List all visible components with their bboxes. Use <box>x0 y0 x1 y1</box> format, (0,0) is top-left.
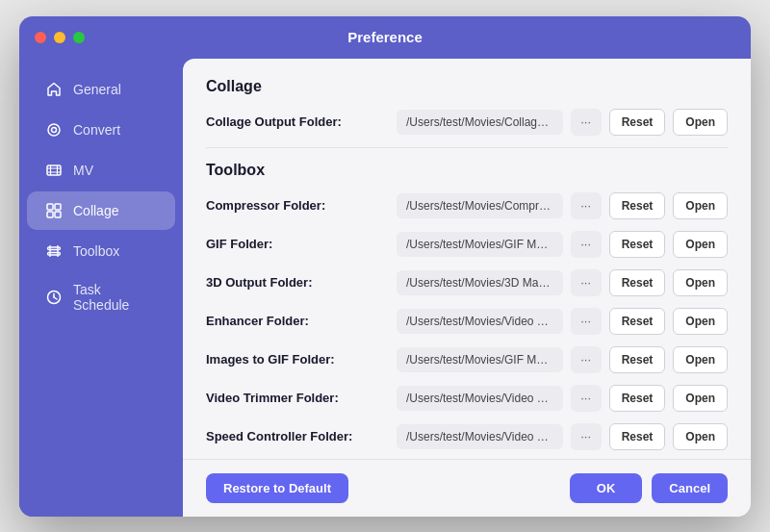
toolbox-row-1-label: GIF Folder: <box>206 237 389 251</box>
toolbox-row-2-path: /Users/test/Movies/3D Maker <box>397 270 563 295</box>
toolbox-row-3-open[interactable]: Open <box>673 308 728 335</box>
ok-button[interactable]: OK <box>570 473 643 503</box>
svg-rect-10 <box>55 212 61 217</box>
toolbox-row-4-path: /Users/test/Movies/GIF Maker <box>397 347 563 372</box>
main-content: Collage Collage Output Folder: /Users/te… <box>183 59 751 517</box>
maximize-dot[interactable] <box>73 32 85 43</box>
svg-rect-9 <box>47 212 53 217</box>
collage-section-title: Collage <box>206 78 728 95</box>
toolbox-row-0-path: /Users/test/Movies/Compressed <box>397 193 563 218</box>
preference-window: Preference General Convert <box>19 16 751 517</box>
content-scroll[interactable]: Collage Collage Output Folder: /Users/te… <box>183 59 751 459</box>
collage-row-0-dots[interactable]: ··· <box>571 109 602 136</box>
close-dot[interactable] <box>35 32 46 43</box>
sidebar-item-toolbox[interactable]: Toolbox <box>27 232 175 270</box>
collage-row-0-open[interactable]: Open <box>673 109 728 136</box>
toolbox-row-2: 3D Output Folder: /Users/test/Movies/3D … <box>206 269 728 296</box>
collage-row-0: Collage Output Folder: /Users/test/Movie… <box>206 109 728 136</box>
toolbox-row-3-path: /Users/test/Movies/Video Enhancer <box>397 309 563 334</box>
toolbox-row-1-open[interactable]: Open <box>673 231 728 258</box>
sidebar-item-collage-label: Collage <box>73 203 118 218</box>
section-divider <box>206 147 728 148</box>
toolbox-row-1: GIF Folder: /Users/test/Movies/GIF Maker… <box>206 231 728 258</box>
window-controls <box>35 32 85 43</box>
collage-row-0-reset[interactable]: Reset <box>609 109 666 136</box>
toolbox-row-2-reset[interactable]: Reset <box>609 269 666 296</box>
refresh-icon <box>44 120 64 139</box>
toolbox-row-0-dots[interactable]: ··· <box>571 192 602 219</box>
sidebar: General Convert <box>19 59 183 517</box>
toolbox-row-4: Images to GIF Folder: /Users/test/Movies… <box>206 346 728 373</box>
svg-rect-7 <box>47 204 53 210</box>
toolbox-row-3: Enhancer Folder: /Users/test/Movies/Vide… <box>206 308 728 335</box>
sidebar-item-general[interactable]: General <box>27 70 175 109</box>
toolbox-section-title: Toolbox <box>206 162 728 179</box>
sidebar-item-convert[interactable]: Convert <box>27 111 175 149</box>
sidebar-item-mv-label: MV <box>73 163 93 178</box>
toolbox-row-0-label: Compressor Folder: <box>206 198 389 213</box>
toolbox-row-4-label: Images to GIF Folder: <box>206 352 389 367</box>
title-bar: Preference <box>19 16 751 59</box>
toolbox-row-6-open[interactable]: Open <box>673 423 728 450</box>
restore-default-button[interactable]: Restore to Default <box>206 473 348 503</box>
toolbox-row-4-dots[interactable]: ··· <box>571 346 602 373</box>
toolbox-row-5-dots[interactable]: ··· <box>571 385 602 412</box>
toolbox-row-0-open[interactable]: Open <box>673 192 728 219</box>
toolbox-row-1-path: /Users/test/Movies/GIF Maker <box>397 232 563 257</box>
film-icon <box>44 161 64 180</box>
toolbox-row-1-dots[interactable]: ··· <box>571 231 602 258</box>
toolbox-row-3-reset[interactable]: Reset <box>609 308 666 335</box>
cancel-button[interactable]: Cancel <box>652 473 728 503</box>
sidebar-item-toolbox-label: Toolbox <box>73 243 119 259</box>
toolbox-row-0-reset[interactable]: Reset <box>609 192 666 219</box>
footer-actions: OK Cancel <box>570 473 728 503</box>
toolbox-row-2-label: 3D Output Folder: <box>206 275 389 290</box>
collage-row-0-path: /Users/test/Movies/Collage Exported <box>397 110 563 135</box>
sidebar-item-collage[interactable]: Collage <box>27 191 175 230</box>
svg-rect-8 <box>55 204 61 210</box>
clock-icon <box>44 288 64 307</box>
toolbox-row-3-dots[interactable]: ··· <box>571 308 602 335</box>
minimize-dot[interactable] <box>54 32 65 43</box>
toolbox-row-4-open[interactable]: Open <box>673 346 728 373</box>
wrench-icon <box>44 241 64 261</box>
toolbox-row-2-open[interactable]: Open <box>673 269 728 296</box>
toolbox-row-6-dots[interactable]: ··· <box>571 423 602 450</box>
toolbox-row-6-reset[interactable]: Reset <box>609 423 666 450</box>
sidebar-item-taskschedule-label: Task Schedule <box>73 282 158 313</box>
toolbox-row-5: Video Trimmer Folder: /Users/test/Movies… <box>206 385 728 412</box>
sidebar-item-taskschedule[interactable]: Task Schedule <box>27 272 175 322</box>
collage-row-0-label: Collage Output Folder: <box>206 114 389 129</box>
svg-line-17 <box>54 297 57 299</box>
toolbox-row-0: Compressor Folder: /Users/test/Movies/Co… <box>206 192 728 219</box>
toolbox-row-6-label: Speed Controller Folder: <box>206 429 389 443</box>
toolbox-row-3-label: Enhancer Folder: <box>206 314 389 328</box>
toolbox-row-5-open[interactable]: Open <box>673 385 728 412</box>
toolbox-row-2-dots[interactable]: ··· <box>571 269 602 296</box>
sidebar-item-convert-label: Convert <box>73 122 120 138</box>
toolbox-row-5-reset[interactable]: Reset <box>609 385 666 412</box>
svg-point-1 <box>52 127 57 132</box>
window-body: General Convert <box>19 59 751 517</box>
toolbox-row-5-path: /Users/test/Movies/Video Trimmer <box>397 386 563 411</box>
toolbox-row-6: Speed Controller Folder: /Users/test/Mov… <box>206 423 728 450</box>
toolbox-row-1-reset[interactable]: Reset <box>609 231 666 258</box>
toolbox-row-6-path: /Users/test/Movies/Video Speed Controlle… <box>397 424 563 449</box>
grid-icon <box>44 201 64 220</box>
toolbox-row-4-reset[interactable]: Reset <box>609 346 666 373</box>
svg-point-0 <box>48 124 60 136</box>
sidebar-item-general-label: General <box>73 82 121 97</box>
window-title: Preference <box>347 29 423 45</box>
house-icon <box>44 80 64 99</box>
footer: Restore to Default OK Cancel <box>183 459 751 517</box>
toolbox-row-5-label: Video Trimmer Folder: <box>206 391 389 405</box>
svg-rect-2 <box>47 165 61 175</box>
sidebar-item-mv[interactable]: MV <box>27 151 175 190</box>
